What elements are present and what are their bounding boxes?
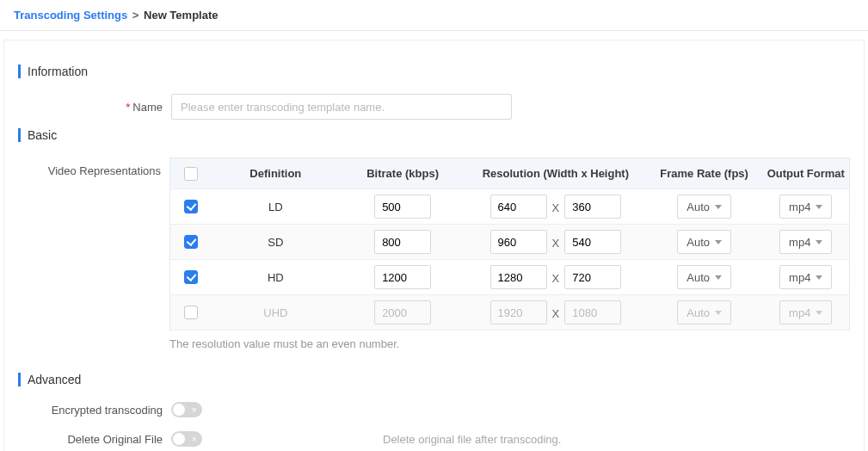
- chevron-down-icon: [715, 205, 722, 209]
- breadcrumb-sep: >: [132, 9, 139, 22]
- page-body: Information *Name Basic Video Representa…: [3, 40, 865, 451]
- chevron-down-icon: [816, 240, 822, 244]
- select-all-checkbox[interactable]: [184, 167, 198, 181]
- row-checkbox[interactable]: [184, 306, 198, 319]
- x-separator: X: [552, 272, 560, 285]
- format-value: mp4: [789, 236, 810, 249]
- chevron-down-icon: [816, 311, 822, 315]
- bitrate-input: [374, 300, 431, 324]
- breadcrumb-parent[interactable]: Transcoding Settings: [14, 9, 127, 22]
- section-title-information: Information: [18, 65, 850, 78]
- format-select[interactable]: mp4: [779, 265, 832, 289]
- framerate-value: Auto: [686, 271, 710, 284]
- format-value: mp4: [789, 306, 810, 319]
- required-asterisk: *: [126, 101, 130, 114]
- chevron-down-icon: [816, 205, 822, 209]
- table-header-definition: Definition: [211, 158, 340, 189]
- table-row: LDXAutomp4: [170, 189, 850, 225]
- format-value: mp4: [789, 201, 810, 213]
- table-header-framerate: Frame Rate (fps): [646, 158, 763, 189]
- chevron-down-icon: [715, 275, 722, 280]
- representations-table: Definition Bitrate (kbps) Resolution (Wi…: [169, 158, 850, 331]
- x-separator: X: [552, 307, 560, 320]
- table-row: SDXAutomp4: [170, 225, 850, 260]
- table-row: UHDXAutomp4: [170, 295, 850, 331]
- framerate-select[interactable]: Auto: [677, 195, 731, 219]
- width-input[interactable]: [490, 230, 547, 254]
- chevron-down-icon: [715, 311, 722, 315]
- definition-cell: LD: [211, 189, 340, 225]
- section-title-advanced: Advanced: [18, 373, 850, 386]
- table-header-format: Output Format: [763, 158, 850, 189]
- video-representations-label: Video Representations: [18, 158, 169, 177]
- height-input[interactable]: [564, 265, 621, 289]
- name-label-wrap: *Name: [18, 101, 171, 114]
- bitrate-input[interactable]: [374, 265, 431, 289]
- format-select[interactable]: mp4: [779, 230, 832, 254]
- name-input[interactable]: [171, 94, 512, 120]
- close-icon: ×: [192, 431, 197, 447]
- table-header-bitrate: Bitrate (kbps): [340, 158, 465, 189]
- framerate-value: Auto: [686, 201, 710, 213]
- x-separator: X: [552, 201, 560, 214]
- row-checkbox[interactable]: [184, 200, 198, 213]
- framerate-value: Auto: [686, 306, 710, 319]
- close-icon: ×: [192, 402, 197, 417]
- width-input[interactable]: [490, 265, 547, 289]
- framerate-select: Auto: [677, 300, 731, 324]
- delete-orig-label: Delete Original File: [18, 433, 171, 446]
- height-input[interactable]: [564, 195, 621, 219]
- table-header-resolution: Resolution (Width x Height): [465, 158, 646, 189]
- delete-orig-desc: Delete original file after transcoding.: [383, 433, 744, 446]
- delete-orig-toggle[interactable]: ×: [171, 431, 202, 447]
- row-checkbox[interactable]: [184, 235, 198, 249]
- height-input: [564, 300, 621, 324]
- name-label: Name: [132, 101, 163, 114]
- framerate-select[interactable]: Auto: [677, 265, 731, 289]
- table-row: HDXAutomp4: [170, 260, 850, 295]
- format-select[interactable]: mp4: [779, 195, 832, 219]
- breadcrumb-current: New Template: [144, 9, 218, 22]
- height-input[interactable]: [564, 230, 621, 254]
- format-select: mp4: [779, 300, 832, 324]
- section-title-basic: Basic: [18, 128, 850, 142]
- bitrate-input[interactable]: [374, 230, 431, 254]
- resolution-note: The resolution value must be an even num…: [169, 337, 850, 350]
- row-checkbox[interactable]: [184, 270, 198, 284]
- definition-cell: SD: [211, 225, 340, 260]
- encrypted-toggle[interactable]: ×: [171, 402, 202, 417]
- framerate-select[interactable]: Auto: [677, 230, 731, 254]
- table-header-checkbox: [170, 158, 212, 189]
- encrypted-label: Encrypted transcoding: [18, 404, 171, 417]
- chevron-down-icon: [816, 275, 822, 280]
- definition-cell: UHD: [211, 295, 340, 331]
- bitrate-input[interactable]: [374, 195, 431, 219]
- framerate-value: Auto: [686, 236, 710, 249]
- definition-cell: HD: [211, 260, 340, 295]
- x-separator: X: [552, 237, 560, 250]
- width-input[interactable]: [490, 195, 547, 219]
- chevron-down-icon: [715, 240, 722, 244]
- breadcrumb: Transcoding Settings > New Template: [0, 0, 868, 31]
- width-input: [490, 300, 547, 324]
- format-value: mp4: [789, 271, 810, 284]
